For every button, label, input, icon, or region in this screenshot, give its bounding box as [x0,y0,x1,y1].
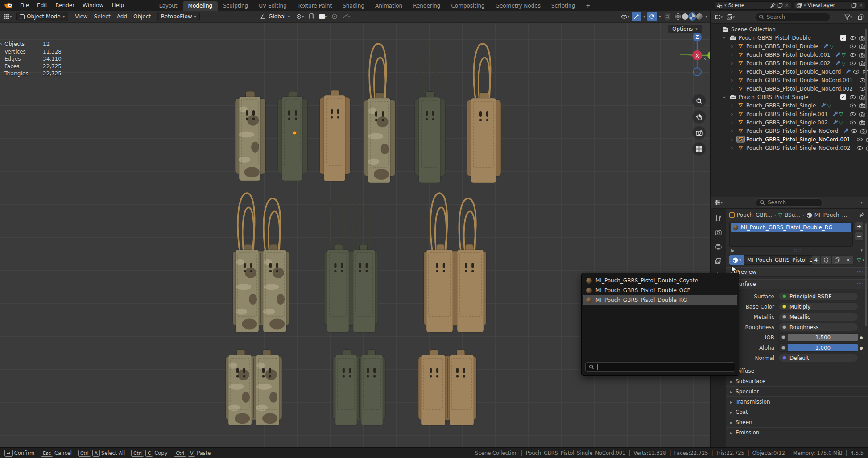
tab-modeling[interactable]: Modeling [183,1,218,11]
menu-file[interactable]: File [16,1,33,9]
outliner-item-label[interactable]: Pouch_GBRS_Pistol_Single [746,103,816,109]
disable-render-camera-icon[interactable] [860,128,867,134]
hide-eye-icon[interactable] [853,70,860,74]
zoom-tool-button[interactable]: + [692,94,706,107]
hide-eye-icon[interactable] [856,137,863,142]
properties-search-input[interactable]: Search [756,198,823,207]
outliner-filter-icon[interactable]: ▾ [843,12,853,21]
outliner-row[interactable]: › Pouch_GBRS_Pistol_Single ✓ [711,93,868,101]
tab-sculpting[interactable]: Sculpting [218,1,253,11]
normal-input[interactable]: Default [778,354,858,362]
new-scene-icon[interactable] [777,3,783,8]
material-popup-item[interactable]: MI_Pouch_GBRS_Pistol_Double_RG [583,295,737,305]
users-count-button[interactable]: 4 [812,255,821,265]
panel-coat-header[interactable]: ▸Coat [726,407,868,417]
pin-icon[interactable] [770,3,776,8]
orthographic-toggle-button[interactable] [692,142,706,156]
shading-dropdown[interactable]: ▾ [705,15,707,19]
breadcrumb-mesh-data[interactable]: BSu... [785,212,800,218]
pin-icon[interactable] [859,212,864,218]
outliner-row[interactable]: › Pouch_GBRS_Pistol_Double_NoCord.002 [711,84,868,93]
shading-solid-icon[interactable] [682,13,688,20]
hide-eye-icon[interactable] [849,95,856,99]
overlays-dropdown[interactable]: ▾ [659,15,661,19]
panel-emission-header[interactable]: ▸Emission [726,427,868,437]
viewport-menu-select[interactable]: Select [91,12,114,21]
modifier-wrench-icon[interactable] [843,128,849,134]
disable-render-camera-icon[interactable] [859,61,865,66]
outliner-row[interactable]: › Pouch_GBRS_Pistol_Single.001 ▽ [711,110,868,118]
panel-diffuse-header[interactable]: ▸Diffuse [726,366,868,376]
node-socket[interactable] [778,343,788,352]
modifier-wrench-icon[interactable] [835,52,841,58]
expand-arrow[interactable]: › [721,35,727,41]
tab-viewlayer-icon[interactable] [715,258,722,264]
outliner-row[interactable]: › Pouch_GBRS_Pistol_Double.001 ▽ [711,50,868,59]
outliner-row[interactable]: › Pouch_GBRS_Pistol_Single_NoCord.002 [711,144,868,152]
tab-tool-icon[interactable] [715,215,722,222]
tab-texture-paint[interactable]: Texture Paint [292,1,337,11]
properties-options-dropdown[interactable]: ▾ [860,201,863,205]
mesh-icon[interactable] [737,51,744,58]
unlink-material-icon[interactable]: × [843,255,853,265]
tab-layout[interactable]: Layout [154,1,183,11]
tab-uv-editing[interactable]: UV Editing [253,1,292,11]
add-slot-button[interactable]: + [855,222,864,231]
shading-material-preview-icon[interactable] [689,13,695,20]
ior-slider[interactable]: 1.500 [788,333,858,342]
gizmos-toggle-icon[interactable] [632,12,641,21]
panel-preview-header[interactable]: ▾ Preview ∷∷ [726,267,868,277]
triangulate-modifier-icon[interactable]: ▽ [827,103,831,108]
mode-dropdown[interactable]: Object Mode ▾ [16,12,68,21]
outliner-row[interactable]: › Pouch_GBRS_Pistol_Single.002 ▽ [711,118,868,127]
slot-specials-dropdown[interactable]: ▾ [860,248,863,252]
disable-render-camera-icon[interactable] [859,103,865,108]
expand-arrow[interactable]: › [729,136,735,143]
properties-editor-type-icon[interactable]: ▾ [714,198,723,207]
browse-material-button[interactable]: ▾ [729,255,744,265]
hide-eye-icon[interactable] [851,129,857,133]
viewport-menu-object[interactable]: Object [130,12,154,21]
disable-render-camera-icon[interactable] [866,145,868,151]
expand-arrow[interactable]: › [729,69,735,75]
outliner-row[interactable]: › Pouch_GBRS_Pistol_Double ✓ [711,33,868,42]
collection-icon[interactable] [722,26,729,33]
mesh-icon[interactable] [737,43,744,50]
modifier-wrench-icon[interactable] [823,43,829,49]
exclude-checkbox[interactable]: ✓ [840,35,846,41]
list-filter-expand-icon[interactable]: ▶ [731,248,735,253]
material-popup-item[interactable]: MI_Pouch_GBRS_Pistol_Double_Coyote [583,276,737,285]
snap-settings-dropdown[interactable]: ▾ [318,12,328,21]
surface-input[interactable]: Principled BSDF [778,292,858,301]
disable-render-camera-icon[interactable] [859,120,865,125]
viewport-menu-view[interactable]: View [72,12,91,21]
outliner-row[interactable]: › Pouch_GBRS_Pistol_Single_NoCord [711,127,868,135]
menu-window[interactable]: Window [79,1,107,9]
disable-render-camera-icon[interactable] [859,52,865,58]
tab-compositing[interactable]: Compositing [446,1,490,11]
outliner-item-label[interactable]: Pouch_GBRS_Pistol_Single.002 [746,120,828,126]
properties-scrollbar[interactable] [865,223,867,326]
mesh-icon[interactable] [737,144,744,151]
transform-orientation-dropdown[interactable]: Global ▾ [257,12,293,21]
delete-viewlayer-icon[interactable]: × [859,2,863,8]
modifier-wrench-icon[interactable] [832,120,838,125]
editor-type-icon[interactable]: ▾ [3,12,12,21]
mesh-icon[interactable] [737,85,744,92]
outliner-item-label[interactable]: Pouch_GBRS_Pistol_Double_NoCord.002 [746,86,853,92]
material-name-field[interactable]: MI_Pouch_GBRS_Pistol_Dou... [744,255,812,265]
hide-eye-icon[interactable] [856,146,863,150]
outliner-item-label[interactable]: Pouch_GBRS_Pistol_Double [746,43,818,50]
panel-subsurface-header[interactable]: ▸Subsurface [726,376,868,386]
viewlayer-selector[interactable]: ▾ ViewLayer × [794,1,865,10]
hide-eye-icon[interactable] [849,120,856,125]
base-color-input[interactable]: Multiply [778,302,858,311]
mesh-icon[interactable] [737,128,744,134]
material-specials-dropdown[interactable]: ▽▾ [857,257,864,263]
alpha-slider[interactable]: 1.000 [788,343,858,352]
stats-collapse-icon[interactable]: › [0,41,2,48]
outliner-row[interactable]: › Pouch_GBRS_Pistol_Double_NoCord.001 [711,76,868,84]
modifier-wrench-icon[interactable] [820,103,826,108]
modifier-wrench-icon[interactable] [832,111,838,117]
fake-user-shield-icon[interactable] [821,255,832,265]
